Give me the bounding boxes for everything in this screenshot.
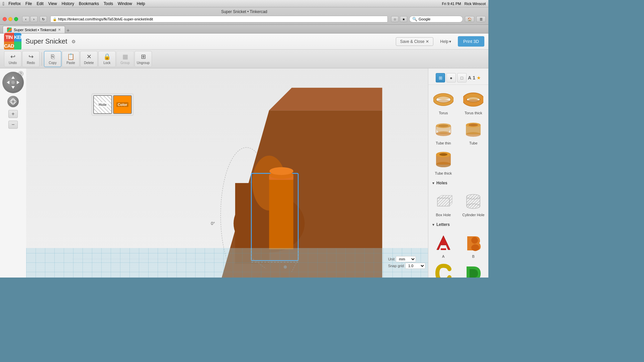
shape-item-letter-d[interactable]: D [459, 260, 489, 278]
menu-view[interactable]: View [48, 1, 57, 6]
svg-point-46 [439, 153, 447, 156]
paste-label: Paste [66, 61, 75, 65]
menu-firefox[interactable]: Firefox [8, 1, 21, 6]
menu-tools[interactable]: Tools [104, 1, 113, 6]
grid-view-button[interactable]: ⊞ [436, 73, 445, 82]
snap-select[interactable]: 1.0 0.5 0.1 [405, 263, 425, 269]
holes-label: Holes [436, 181, 447, 185]
delete-button[interactable]: ✕ Delete [80, 51, 98, 67]
svg-marker-48 [437, 198, 449, 206]
browser-tab[interactable]: Super Snicket • Tinkercad ✕ [3, 26, 65, 33]
zoom-out-button[interactable]: − [8, 121, 18, 129]
group-button[interactable]: ▦ Group [116, 51, 134, 67]
right-sidebar: ⊞ ● □ A 1 ★ [428, 68, 488, 278]
shape-item-cylinder-hole[interactable]: Cylinder Hole [459, 189, 489, 219]
number-indicator: 1 [473, 75, 475, 80]
shape-item-tube-thick[interactable]: Tube thick [428, 147, 459, 177]
bookmark-button[interactable]: ☆ [391, 16, 398, 22]
holes-section-header[interactable]: ▼ Holes [428, 179, 488, 187]
lock-button[interactable]: 🔒 Lock [98, 51, 116, 67]
back-button[interactable]: ‹ [22, 16, 30, 22]
copy-icon: ⎘ [51, 53, 55, 60]
svg-marker-4 [17, 81, 19, 84]
home-button[interactable]: 🏠 [465, 16, 474, 22]
menu-window[interactable]: Window [118, 1, 132, 6]
left-panel: ? + − [0, 68, 26, 278]
maximize-window-button[interactable] [14, 17, 18, 21]
shape-item-torus[interactable]: Torus [428, 87, 459, 117]
orbit-button[interactable] [7, 96, 19, 107]
menu-history[interactable]: History [62, 1, 74, 6]
tab-favicon [7, 27, 12, 32]
svg-point-30 [436, 94, 451, 100]
sphere-view-button[interactable]: ● [446, 73, 456, 82]
box-hole-label: Box Hole [436, 213, 451, 217]
settings-icon[interactable]: ⚙ [71, 39, 76, 44]
unit-select[interactable]: mm in [396, 256, 416, 262]
svg-marker-3 [7, 81, 9, 84]
svg-point-63 [471, 244, 479, 251]
refresh-button[interactable]: ↻ [40, 16, 47, 22]
apple-menu[interactable]:  [3, 1, 4, 6]
letter-b-preview [463, 232, 484, 254]
shapes-section: Torus Torus thick [428, 85, 488, 179]
shape-item-tube-thin[interactable]: Tube thin [428, 117, 459, 147]
color-button[interactable]: Color [113, 95, 132, 114]
letter-d-preview [463, 262, 484, 278]
nav-arrows-icon [5, 74, 21, 91]
close-window-button[interactable] [3, 17, 7, 21]
shape-item-letter-c[interactable]: C [428, 260, 459, 278]
tab-close-button[interactable]: ✕ [58, 28, 61, 32]
menu-help[interactable]: Help [137, 1, 145, 6]
menu-file[interactable]: File [25, 1, 32, 6]
copy-button[interactable]: ⎘ Copy [44, 51, 61, 67]
address-bar[interactable]: 🔒 https://tinkercad.com/things/fkiTa53bl… [50, 16, 388, 22]
undo-label: Undo [9, 61, 17, 65]
redo-button[interactable]: ↪ Redo [22, 51, 40, 67]
zoom-in-button[interactable]: + [8, 110, 18, 118]
box-view-button[interactable]: □ [457, 73, 467, 82]
ungroup-label: Ungroup [137, 61, 150, 65]
forward-button[interactable]: › [30, 16, 38, 22]
viewport[interactable]: 0° Unit mm in Snap grid 1.0 0.5 [26, 68, 428, 278]
shape-item-letter-a[interactable]: A [428, 230, 459, 260]
save-close-button[interactable]: Save & Close ✕ [396, 37, 434, 46]
menu-bookmarks[interactable]: Bookmarks [79, 1, 99, 6]
toolbar-separator-1 [42, 52, 42, 66]
letters-label: Letters [436, 222, 450, 227]
torus-thick-label: Torus thick [465, 111, 482, 115]
shape-item-torus-thick[interactable]: Torus thick [459, 87, 489, 117]
tube-thick-preview [433, 149, 454, 171]
menu-edit[interactable]: Edit [37, 1, 44, 6]
hole-button[interactable]: Hole [93, 95, 112, 114]
search-bar[interactable]: 🔍 Google [409, 16, 463, 22]
paste-button[interactable]: 📋 Paste [62, 51, 79, 67]
tube-label: Tube [469, 141, 478, 145]
main-content: ? + − [0, 68, 488, 278]
star-button[interactable]: ★ [400, 16, 407, 22]
shape-item-box-hole[interactable]: Box Hole [428, 189, 459, 219]
app-header: TIN KER CAD Super Snicket ⚙ Save & Close… [0, 34, 488, 50]
help-button[interactable]: Help ▾ [437, 38, 454, 46]
minimize-window-button[interactable] [8, 17, 12, 21]
letters-section: A B [428, 228, 488, 278]
tab-title: Super Snicket • Tinkercad [14, 28, 56, 32]
shape-item-tube[interactable]: Tube [459, 117, 489, 147]
nav-control[interactable] [2, 72, 24, 93]
letters-section-header[interactable]: ▼ Letters [428, 221, 488, 228]
logo-empty [14, 42, 22, 50]
new-tab-button[interactable]: + [66, 28, 69, 33]
hole-color-panel: Hole Color [92, 94, 133, 116]
svg-point-19 [269, 167, 293, 175]
holes-chevron-icon: ▼ [432, 181, 435, 185]
shape-item-letter-b[interactable]: B [459, 230, 489, 260]
torus-label: Torus [439, 111, 448, 115]
svg-point-42 [469, 124, 478, 126]
menu-button[interactable]: ☰ [476, 16, 486, 22]
help-dropdown-icon: ▾ [449, 39, 451, 44]
print3d-button[interactable]: Print 3D [458, 36, 484, 47]
svg-point-34 [466, 94, 481, 100]
ungroup-icon: ⊞ [141, 53, 146, 60]
ungroup-button[interactable]: ⊞ Ungroup [135, 51, 152, 67]
undo-button[interactable]: ↩ Undo [4, 51, 21, 67]
